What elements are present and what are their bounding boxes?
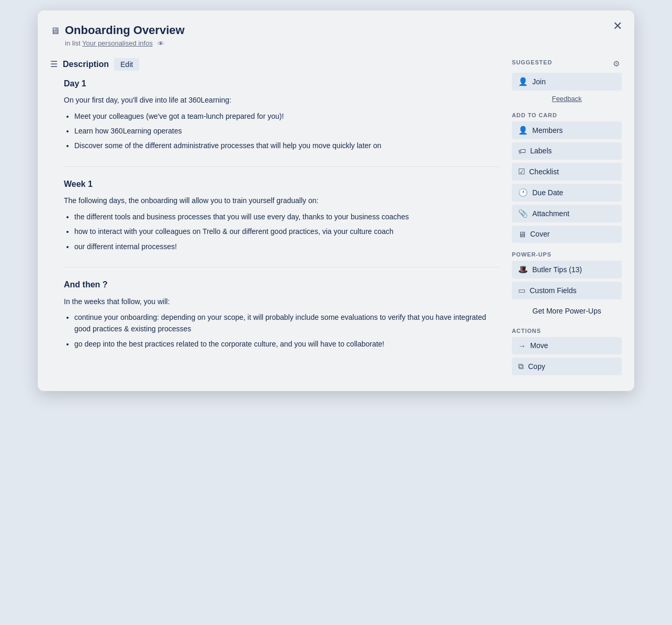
- list-item: our different internal processes!: [74, 241, 499, 252]
- list-item: Meet your colleagues (we've got a team-l…: [74, 110, 499, 122]
- butler-tips-button[interactable]: 🎩 Butler Tips (13): [512, 261, 622, 278]
- copy-button[interactable]: ⧉ Copy: [512, 358, 622, 375]
- card-subtitle: in list Your personalised infos 👁: [65, 39, 185, 48]
- cover-icon: 🖥: [518, 230, 526, 239]
- andthen-intro: In the weeks that follow, you will:: [64, 296, 499, 307]
- andthen-heading: And then ?: [64, 278, 499, 292]
- card-icon: 🖥: [50, 26, 60, 37]
- labels-icon: 🏷: [518, 147, 526, 155]
- andthen-list: continue your onboarding: depending on y…: [64, 311, 499, 350]
- checklist-icon: ☑: [518, 167, 525, 176]
- list-link[interactable]: Your personalised infos: [82, 39, 153, 47]
- copy-icon: ⧉: [518, 362, 524, 371]
- actions-title: ACTIONS: [512, 328, 622, 334]
- checklist-button[interactable]: ☑ Checklist: [512, 163, 622, 181]
- list-item: Discover some of the different administr…: [74, 140, 499, 151]
- day1-heading: Day 1: [64, 77, 499, 91]
- attachment-button[interactable]: 📎 Attachment: [512, 205, 622, 222]
- modal-body: ☰ Description Edit Day 1 On your first d…: [50, 58, 622, 378]
- card-title: Onboarding Overview: [65, 23, 185, 38]
- day1-intro: On your first day, you'll dive into life…: [64, 94, 499, 106]
- due-date-button[interactable]: 🕐 Due Date: [512, 184, 622, 202]
- list-item: go deep into the best practices related …: [74, 338, 499, 350]
- custom-fields-button[interactable]: ▭ Custom Fields: [512, 282, 622, 299]
- butler-icon: 🎩: [518, 265, 528, 274]
- description-title: Description: [63, 60, 109, 69]
- list-item: continue your onboarding: depending on y…: [74, 311, 499, 335]
- suggested-title: SUGGESTED: [512, 59, 552, 65]
- feedback-link[interactable]: Feedback: [512, 94, 622, 104]
- card-modal: ✕ 🖥 Onboarding Overview in list Your per…: [38, 10, 634, 391]
- main-content: ☰ Description Edit Day 1 On your first d…: [50, 58, 499, 378]
- move-icon: →: [518, 341, 526, 350]
- power-ups-title: POWER-UPS: [512, 251, 622, 258]
- clock-icon: 🕐: [518, 188, 528, 197]
- divider: [64, 267, 499, 267]
- move-button[interactable]: → Move: [512, 337, 622, 354]
- suggested-header: SUGGESTED ⚙: [512, 58, 622, 70]
- week1-heading: Week 1: [64, 177, 499, 191]
- gear-button[interactable]: ⚙: [611, 58, 622, 70]
- sidebar: SUGGESTED ⚙ 👤 Join Feedback ADD TO CARD …: [512, 58, 622, 378]
- week1-list: the different tools and business process…: [64, 211, 499, 252]
- list-item: the different tools and business process…: [74, 211, 499, 222]
- edit-description-button[interactable]: Edit: [114, 58, 139, 71]
- watch-icon[interactable]: 👁: [158, 40, 164, 48]
- description-body: Day 1 On your first day, you'll dive int…: [50, 77, 499, 350]
- cover-button[interactable]: 🖥 Cover: [512, 226, 622, 243]
- members-button[interactable]: 👤 Members: [512, 121, 622, 139]
- labels-button[interactable]: 🏷 Labels: [512, 142, 622, 160]
- description-icon: ☰: [50, 59, 58, 69]
- members-icon: 👤: [518, 126, 528, 135]
- desc-andthen: And then ? In the weeks that follow, you…: [64, 278, 499, 350]
- title-block: Onboarding Overview in list Your persona…: [65, 23, 185, 48]
- modal-header: 🖥 Onboarding Overview in list Your perso…: [50, 23, 622, 48]
- list-item: Learn how 360Learning operates: [74, 125, 499, 137]
- add-to-card-title: ADD TO CARD: [512, 112, 622, 118]
- join-button[interactable]: 👤 Join: [512, 73, 622, 91]
- get-more-button[interactable]: Get More Power-Ups: [512, 303, 622, 319]
- person-icon: 👤: [518, 77, 528, 86]
- close-button[interactable]: ✕: [609, 18, 626, 35]
- description-header: ☰ Description Edit: [50, 58, 499, 71]
- list-item: how to interact with your colleagues on …: [74, 226, 499, 237]
- custom-fields-icon: ▭: [518, 286, 525, 295]
- day1-list: Meet your colleagues (we've got a team-l…: [64, 110, 499, 152]
- desc-week1: Week 1 The following days, the onboardin…: [64, 177, 499, 252]
- divider: [64, 166, 499, 167]
- desc-day1: Day 1 On your first day, you'll dive int…: [64, 77, 499, 152]
- attachment-icon: 📎: [518, 209, 528, 218]
- week1-intro: The following days, the onboarding will …: [64, 195, 499, 206]
